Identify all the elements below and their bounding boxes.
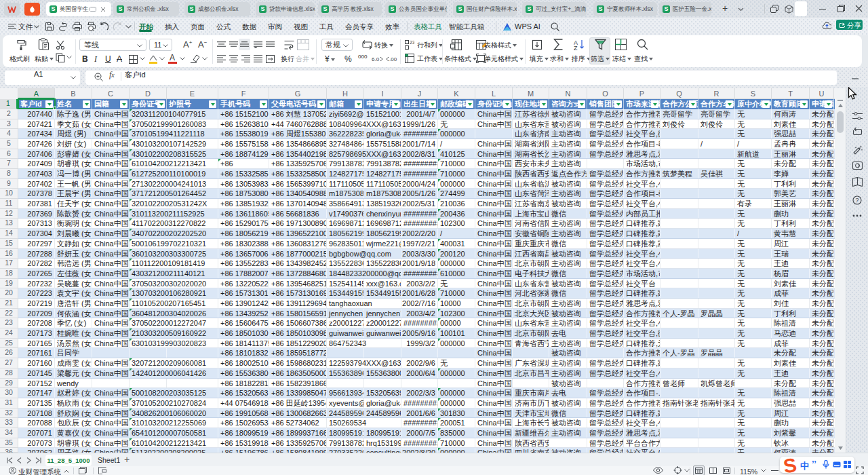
svg-text:6.0: 6.0	[372, 56, 380, 62]
svg-text:23: 23	[410, 40, 414, 45]
svg-text:?: ?	[856, 197, 859, 204]
svg-text:Z: Z	[574, 45, 578, 50]
svg-text:.00: .00	[389, 56, 397, 62]
svg-text:S: S	[782, 454, 798, 475]
